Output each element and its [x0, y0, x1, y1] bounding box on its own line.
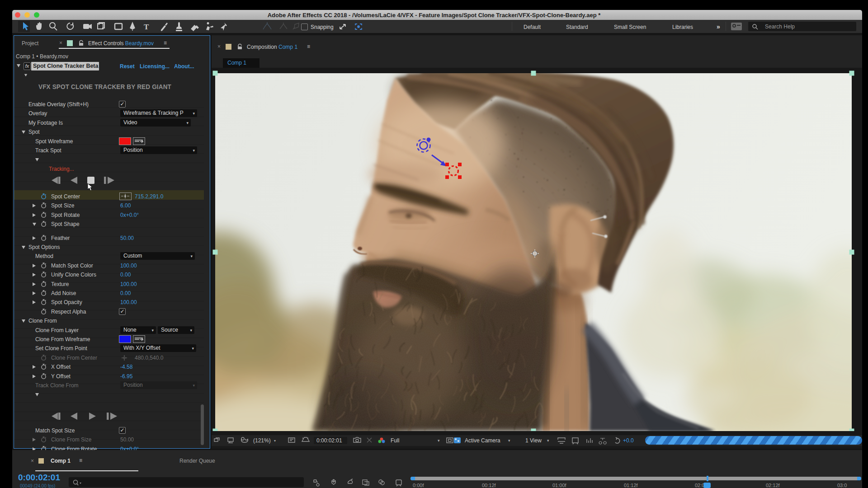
svg-text:(121%): (121%) — [253, 437, 271, 444]
svg-text:▾: ▾ — [274, 439, 276, 443]
svg-text:1 View: 1 View — [525, 437, 542, 444]
svg-text:0:00:02:01: 0:00:02:01 — [316, 437, 342, 444]
svg-text:+0.0: +0.0 — [623, 437, 634, 444]
svg-text:▾: ▾ — [547, 438, 549, 443]
svg-text:▾: ▾ — [438, 438, 440, 443]
svg-text:Active Camera: Active Camera — [465, 437, 500, 444]
svg-text:T: T — [144, 23, 149, 31]
svg-text:▾: ▾ — [508, 438, 510, 443]
svg-text:Full: Full — [391, 437, 399, 444]
